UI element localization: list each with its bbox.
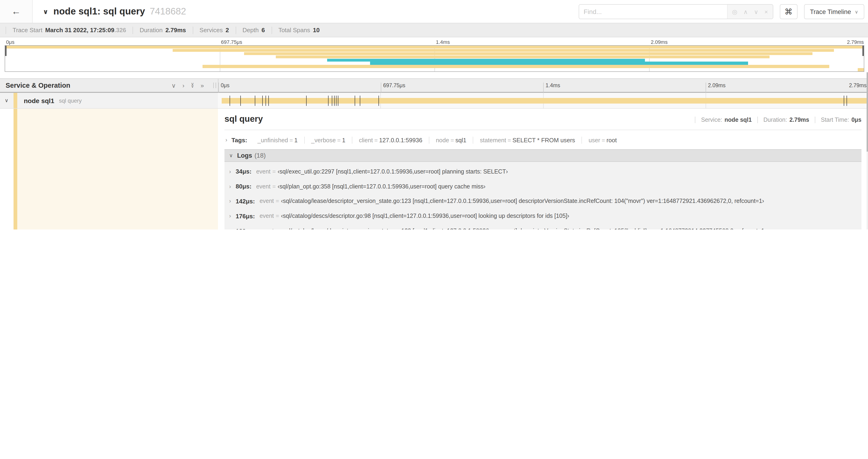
minimap-span-row [5, 65, 864, 68]
find-icons: ◎ ∧ ∨ × [727, 5, 773, 19]
collapse-one-icon[interactable]: ∨ [172, 82, 176, 89]
span-bar-track [222, 98, 867, 104]
summary-item: Total Spans 10 [271, 26, 326, 34]
log-entry[interactable]: › 189μs: event = ‹sql/catalog/lease/desc… [225, 223, 862, 230]
log-event-mark[interactable] [360, 96, 360, 106]
scrollbar[interactable] [867, 72, 868, 230]
log-event-mark[interactable] [336, 96, 337, 106]
timeline-minimap[interactable] [5, 45, 864, 72]
viewport-drag-handle-left[interactable] [5, 46, 6, 56]
tag-item: client=127.0.0.1:59936 [352, 136, 429, 143]
log-event-mark[interactable] [266, 96, 266, 106]
scrollbar-thumb[interactable] [867, 72, 868, 152]
trace-title-wrap[interactable]: ∨ node sql1: sql query 7418682 [43, 6, 186, 17]
minimap-span-bar [858, 68, 864, 71]
log-timestamp: 142μs: [236, 198, 255, 205]
meta-value: node sql1 [724, 117, 752, 123]
log-entry[interactable]: › 142μs: event = ‹sql/catalog/lease/desc… [225, 194, 862, 209]
span-duration-bar[interactable] [222, 98, 867, 104]
chevron-right-icon: › [229, 168, 231, 175]
log-event-mark[interactable] [355, 96, 355, 106]
log-event-mark[interactable] [338, 96, 338, 106]
minimap-span-bar [327, 59, 645, 62]
log-event-mark[interactable] [229, 96, 230, 106]
log-event-mark[interactable] [254, 96, 255, 106]
log-event-mark[interactable] [268, 96, 269, 106]
summary-label: Depth [242, 27, 258, 34]
command-icon: ⌘ [784, 7, 793, 17]
log-entry[interactable]: › 80μs: event = ‹sql/plan_opt.go:358 [ns… [225, 179, 862, 194]
logs-header[interactable]: ∨ Logs (18) [224, 149, 862, 162]
tag-value: sql1 [456, 136, 466, 143]
tags-list: _unfinished=1 _verbose=1 client=127.0.0.… [251, 136, 623, 143]
summary-item: Services 2 [192, 26, 236, 34]
log-event-mark[interactable] [306, 96, 307, 106]
trace-view-selector[interactable]: Trace Timeline ∨ [804, 4, 864, 19]
meta-label: Start Time: [821, 117, 849, 123]
expand-all-icon[interactable]: » [201, 82, 204, 89]
log-field-key: event [259, 213, 274, 220]
tags-label[interactable]: Tags: [231, 136, 247, 143]
minimap-span-row [5, 62, 864, 65]
log-entry[interactable]: › 176μs: event = ‹sql/catalog/descs/desc… [225, 209, 862, 224]
tag-key: client [359, 136, 373, 143]
equals-sign: = [274, 213, 281, 220]
log-event-mark[interactable] [328, 96, 329, 106]
log-event-mark[interactable] [844, 96, 844, 106]
minimap-span-row [5, 46, 864, 49]
summary-label: Trace Start [12, 27, 42, 34]
timeline-tick-header: 0μs 697.75μs 1.4ms 2.09ms 2.79ms [218, 79, 868, 92]
log-event-mark[interactable] [846, 96, 847, 106]
log-event-mark[interactable] [262, 96, 263, 106]
log-event-mark[interactable] [240, 96, 241, 106]
tag-key: _unfinished [257, 136, 288, 143]
log-event-mark[interactable] [378, 96, 379, 106]
expand-one-icon[interactable]: › [183, 82, 185, 89]
log-event-mark[interactable] [332, 96, 333, 106]
detail-meta: Service: node sql1 Duration: 2.79ms Star… [695, 117, 862, 123]
keyboard-shortcuts-button[interactable]: ⌘ [780, 4, 797, 19]
tag-item: user=root [582, 136, 623, 143]
span-row-name-cell[interactable]: ∨ node sql1 sql query [0, 93, 218, 108]
tag-item: node=sql1 [429, 136, 473, 143]
summary-item: Depth 6 [236, 26, 271, 34]
collapse-all-icon[interactable]: ∨∨ [191, 83, 194, 88]
tag-value: 1 [342, 136, 345, 143]
service-name: node sql1 [24, 97, 54, 104]
viewport-drag-handle-right[interactable] [862, 46, 864, 56]
minimap-span-bar [5, 46, 864, 49]
equals-sign: = [506, 136, 513, 143]
chevron-down-icon[interactable]: ∨ [43, 8, 48, 15]
summary-value: 10 [313, 27, 320, 34]
clear-search-icon[interactable]: × [765, 8, 768, 15]
locate-icon[interactable]: ◎ [732, 8, 737, 15]
equals-sign: = [274, 198, 281, 204]
span-row-timeline-cell[interactable] [218, 93, 868, 108]
log-event-mark[interactable] [334, 96, 334, 106]
meta-label: Service: [701, 117, 722, 123]
trace-id: 7418682 [150, 6, 186, 17]
minimap-span-bar [203, 65, 829, 68]
back-button[interactable]: ← [0, 0, 33, 23]
minimap-span-rows [5, 46, 864, 71]
log-entry[interactable]: › 34μs: event = ‹sql/exec_util.go:2297 [… [225, 164, 862, 179]
prev-match-icon[interactable]: ∧ [743, 8, 748, 15]
operation-name: sql query [59, 97, 82, 104]
timeline-tick-label: 1.4ms [543, 83, 560, 93]
next-match-icon[interactable]: ∨ [754, 8, 758, 15]
header-controls: ◎ ∧ ∨ × ⌘ Trace Timeline ∨ [579, 4, 864, 19]
find-group: ◎ ∧ ∨ × [579, 4, 773, 19]
equals-sign: = [288, 136, 294, 143]
tag-item: statement=SELECT * FROM users [473, 136, 582, 143]
span-row[interactable]: ∨ node sql1 sql query [0, 93, 868, 109]
column-resizer[interactable] [213, 83, 216, 88]
log-timestamp: 189μs: [236, 227, 255, 230]
find-input[interactable] [579, 5, 727, 19]
tag-key: _verbose [311, 136, 336, 143]
log-field-value: ‹sql/catalog/descs/descriptor.go:98 [nsq… [281, 213, 569, 220]
chevron-right-icon[interactable]: › [225, 137, 227, 143]
meta-item: Start Time: 0μs [815, 117, 862, 123]
chevron-down-icon[interactable]: ∨ [5, 97, 11, 104]
app-header: ← ∨ node sql1: sql query 7418682 ◎ ∧ ∨ ×… [0, 0, 868, 23]
summary-value-suffix: .326 [114, 27, 126, 34]
